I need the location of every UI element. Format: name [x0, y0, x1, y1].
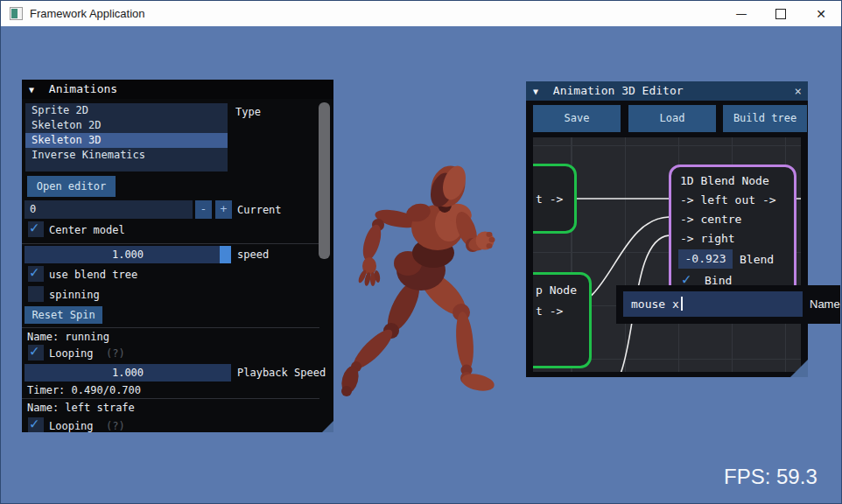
editor-resize-handle[interactable] [790, 360, 808, 377]
looping-checkbox[interactable]: ✓ [28, 417, 44, 432]
save-button[interactable]: Save [533, 105, 621, 132]
minimize-button[interactable]: — [728, 4, 754, 23]
titlebar: Framework Application — ✕ [1, 1, 841, 26]
check-icon: ✓ [30, 342, 39, 360]
current-label: Current [237, 204, 282, 216]
node-title-fragment: p Node [536, 284, 577, 297]
animations-panel-title: Animations [49, 82, 117, 95]
minimize-icon: — [736, 7, 747, 20]
looping-checkbox[interactable]: ✓ [28, 345, 44, 360]
blend-port-left-out[interactable]: -> left out -> [680, 193, 776, 206]
text-caret [681, 297, 683, 311]
node-port-label: t -> [536, 304, 563, 318]
animation-type-row[interactable]: Skeleton 3D [25, 133, 228, 148]
looping-hint: (?) [106, 347, 125, 360]
animations-panel-header[interactable]: ▼ Animations [22, 80, 333, 99]
animations-panel: ▼ Animations Sprite 2D Skeleton 2D Skele… [22, 80, 333, 432]
reset-spin-button[interactable]: Reset Spin [25, 306, 102, 324]
character-model [338, 154, 522, 403]
minus-icon: - [200, 202, 207, 215]
editor-panel-header[interactable]: ▼ Animation 3D Editor × [526, 81, 808, 101]
playback-speed-slider[interactable]: 1.000 [25, 364, 231, 382]
close-button[interactable]: ✕ [808, 4, 834, 23]
blend-port-right[interactable]: -> right [680, 232, 735, 245]
animation-type-row[interactable]: Sprite 2D [25, 103, 228, 118]
build-tree-button[interactable]: Build tree [723, 105, 807, 132]
timer-text: Timer: 0.490/0.700 [27, 384, 141, 396]
maximize-icon [775, 9, 786, 19]
clip-node[interactable]: p Node t -> [533, 272, 592, 368]
decrement-button[interactable]: - [195, 200, 212, 219]
blend-label: Blend [740, 253, 774, 266]
check-icon: ✓ [30, 219, 39, 236]
editor-panel-title: Animation 3D Editor [553, 84, 684, 97]
collapse-icon[interactable]: ▼ [533, 87, 538, 96]
use-blend-tree-label: use blend tree [49, 269, 137, 281]
app-window: Framework Application — ✕ [0, 0, 842, 504]
node-port-label: t -> [536, 192, 563, 206]
name-popup: mouse x Name [616, 285, 840, 324]
type-label: Type [235, 106, 261, 118]
blend-node-title: 1D Blend Node [680, 174, 769, 187]
playback-speed-label: Playback Speed [237, 367, 332, 379]
name-input-value: mouse x [631, 298, 679, 311]
looping-label: Looping [49, 347, 94, 360]
separator [22, 327, 319, 328]
spinning-checkbox[interactable] [28, 286, 44, 302]
check-icon: ✓ [30, 263, 39, 281]
spinning-label: spinning [49, 289, 100, 301]
looping-hint: (?) [106, 420, 125, 432]
blend-node[interactable]: 1D Blend Node -> left out -> -> centre -… [669, 164, 796, 298]
animation-type-row[interactable]: Inverse Kinematics [25, 148, 228, 163]
check-icon: ✓ [30, 415, 39, 432]
editor-close-button[interactable]: × [795, 81, 802, 101]
load-button[interactable]: Load [628, 105, 716, 132]
window-title: Framework Application [30, 7, 145, 20]
app-icon [10, 7, 23, 20]
node-graph[interactable]: t -> p Node t -> 1D Blend Node -> left o… [533, 137, 801, 372]
clip-name: Name: left strafe [27, 402, 135, 414]
open-editor-button[interactable]: Open editor [27, 176, 116, 197]
center-model-checkbox[interactable]: ✓ [28, 221, 44, 237]
speed-label: speed [237, 248, 269, 261]
current-index-input[interactable]: 0 [25, 200, 193, 219]
blend-port-centre[interactable]: -> centre [680, 213, 741, 226]
fps-counter: FPS: 59.3 [724, 465, 817, 489]
clip-name: Name: running [27, 331, 109, 343]
maximize-button[interactable] [768, 4, 794, 23]
output-node-top[interactable]: t -> [533, 164, 577, 234]
name-input[interactable]: mouse x [623, 291, 803, 317]
close-icon: ✕ [816, 7, 826, 21]
slider-handle[interactable] [220, 246, 231, 263]
playback-speed-value: 1.000 [112, 367, 144, 379]
name-field-label: Name [810, 298, 840, 311]
animation-type-row[interactable]: Skeleton 2D [25, 118, 228, 133]
animation-type-list: Sprite 2D Skeleton 2D Skeleton 3D Invers… [25, 103, 228, 172]
separator [22, 243, 319, 244]
separator [22, 398, 319, 399]
looping-label: Looping [49, 420, 94, 432]
use-blend-tree-checkbox[interactable]: ✓ [28, 266, 44, 282]
speed-slider[interactable]: 1.000 [25, 246, 231, 263]
center-model-label: Center model [49, 224, 125, 236]
blend-value-field[interactable]: -0.923 [678, 249, 733, 269]
speed-value: 1.000 [112, 248, 144, 261]
plus-icon: + [221, 202, 228, 215]
increment-button[interactable]: + [215, 200, 232, 219]
collapse-icon[interactable]: ▼ [29, 85, 34, 94]
panel-resize-handle[interactable] [322, 421, 333, 432]
panel-scrollbar-thumb[interactable] [319, 102, 330, 259]
animation-3d-editor-panel: ▼ Animation 3D Editor × Save Load Build … [526, 81, 808, 377]
